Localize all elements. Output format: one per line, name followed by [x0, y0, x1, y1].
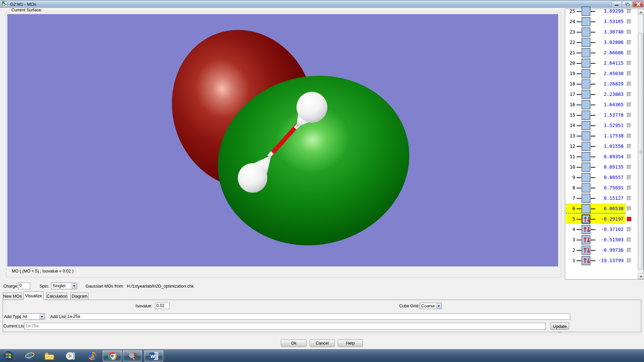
mo-row-19[interactable]: 192.45030 [565, 68, 638, 79]
mo-visibility-checkbox[interactable] [627, 92, 631, 97]
tab-diagram[interactable]: Diagram [70, 293, 89, 300]
taskbar-item-windows-explorer[interactable] [40, 350, 58, 362]
mo-row-15[interactable]: 151.53770 [565, 110, 638, 120]
ok-button[interactable]: Ok [281, 339, 307, 347]
orbital-occupancy-box[interactable] [582, 152, 590, 161]
mo-row-10[interactable]: 100.89135 [565, 162, 638, 172]
mo-row-12[interactable]: 121.01558 [565, 141, 638, 152]
mo-row-20[interactable]: 202.64115 [565, 58, 638, 68]
orbital-occupancy-box[interactable] [582, 204, 590, 213]
mo-row-8[interactable]: 80.75691 [565, 183, 638, 193]
orbital-occupancy-box[interactable]: ↑↓ [582, 225, 590, 234]
mo-visibility-checkbox[interactable] [627, 144, 631, 148]
mo-row-2[interactable]: 2↑↓-0.99736 [565, 245, 638, 255]
orbital-occupancy-box[interactable] [582, 79, 590, 88]
orbital-occupancy-box[interactable] [582, 100, 590, 109]
taskbar-item-media-player[interactable] [62, 350, 80, 362]
mo-row-6[interactable]: 60.06538 [565, 203, 638, 214]
start-button[interactable] [1, 350, 15, 362]
orbital-occupancy-box[interactable] [582, 142, 590, 151]
cube-grid-dropdown[interactable]: Coarse [420, 303, 442, 309]
tab-visualize[interactable]: Visualize [23, 291, 44, 300]
mo-visibility-checkbox[interactable] [627, 134, 631, 138]
mo-visibility-checkbox[interactable] [627, 19, 631, 24]
orbital-occupancy-box[interactable] [582, 183, 590, 192]
mo-visibility-checkbox[interactable] [627, 82, 631, 86]
orbital-occupancy-box[interactable] [582, 173, 590, 182]
mo-row-21[interactable]: 212.66686 [565, 48, 638, 58]
orbital-occupancy-box[interactable] [582, 48, 590, 57]
orbital-occupancy-box[interactable] [582, 194, 590, 203]
orbital-occupancy-box[interactable] [582, 131, 590, 140]
spin-dropdown-button[interactable] [71, 283, 76, 289]
mo-row-7[interactable]: 70.15127 [565, 193, 638, 203]
taskbar-item-word[interactable]: W [144, 350, 163, 362]
scroll-up-button[interactable] [638, 9, 644, 15]
mo-visibility-checkbox[interactable] [627, 103, 631, 107]
orbital-occupancy-box[interactable]: ↑↓ [582, 256, 590, 265]
tab-calculation[interactable]: Calculation [46, 293, 67, 300]
orbital-occupancy-box[interactable]: ↑↓ [582, 246, 590, 255]
mo-surface-canvas[interactable] [7, 14, 558, 266]
mo-row-25[interactable]: 253.69299 [565, 6, 638, 16]
taskbar-item-gaussview[interactable] [123, 350, 142, 362]
orbital-occupancy-box[interactable] [582, 17, 590, 26]
orbital-occupancy-box[interactable] [582, 7, 590, 16]
spin-dropdown[interactable]: Singlet [51, 283, 77, 289]
mo-row-3[interactable]: 3↑↓-0.51503 [565, 235, 638, 245]
isovalue-input[interactable]: 0.02 [155, 303, 170, 309]
mo-visibility-checkbox[interactable] [627, 238, 631, 242]
orbital-occupancy-box[interactable] [582, 38, 590, 47]
add-list-input[interactable]: 1a-25a [66, 313, 570, 320]
scrollbar-thumb[interactable] [638, 33, 643, 269]
mo-visibility-checkbox[interactable] [627, 217, 631, 221]
mo-row-13[interactable]: 131.17538 [565, 131, 638, 141]
orbital-occupancy-box[interactable] [582, 59, 590, 68]
mo-visibility-checkbox[interactable] [627, 258, 631, 263]
taskbar-item-firefox[interactable] [83, 350, 101, 362]
mo-row-22[interactable]: 223.02806 [565, 37, 638, 48]
scroll-down-button[interactable] [638, 274, 644, 279]
update-button[interactable]: Update ... [550, 322, 569, 330]
mo-visibility-checkbox[interactable] [627, 9, 631, 13]
cancel-button[interactable]: Cancel [310, 339, 335, 347]
orbital-occupancy-box[interactable] [582, 111, 590, 120]
mo-row-23[interactable]: 233.30740 [565, 27, 638, 37]
mo-visibility-checkbox[interactable] [627, 175, 631, 180]
mo-row-16[interactable]: 161.64365 [565, 100, 638, 110]
charge-input[interactable]: 0 [18, 283, 30, 289]
taskbar-item-chrome[interactable] [103, 350, 122, 362]
mo-row-1[interactable]: 1↑↓-19.13799 [565, 255, 638, 266]
orbital-occupancy-box[interactable] [582, 69, 590, 78]
orbital-occupancy-box[interactable] [582, 90, 590, 99]
mo-visibility-checkbox[interactable] [627, 61, 631, 65]
add-type-dropdown[interactable]: All [21, 313, 45, 320]
mo-row-9[interactable]: 90.80557 [565, 172, 638, 183]
tab-new-mos[interactable]: New MOs [3, 293, 22, 300]
mo-visibility-checkbox[interactable] [627, 165, 631, 169]
mo-list-scrollbar[interactable] [638, 9, 643, 279]
mo-row-11[interactable]: 110.89354 [565, 152, 638, 162]
mo-visibility-checkbox[interactable] [627, 248, 631, 252]
title-bar[interactable]: G2:M1 - MOs [0, 0, 644, 8]
mo-visibility-checkbox[interactable] [627, 30, 631, 34]
mo-visibility-checkbox[interactable] [627, 155, 631, 159]
mo-row-18[interactable]: 182.26829 [565, 79, 638, 89]
orbital-occupancy-box[interactable] [582, 121, 590, 130]
help-button[interactable]: Help [338, 339, 363, 347]
mo-visibility-checkbox[interactable] [627, 227, 631, 232]
mo-visibility-checkbox[interactable] [627, 113, 631, 117]
mo-visibility-checkbox[interactable] [627, 40, 631, 45]
mo-visibility-checkbox[interactable] [627, 196, 631, 200]
mo-row-5[interactable]: 5↑↓-0.29197 [565, 214, 638, 224]
taskbar-item-internet-explorer[interactable]: e [21, 350, 39, 362]
orbital-occupancy-box[interactable]: ↑↓ [582, 215, 590, 224]
orbital-occupancy-box[interactable] [582, 27, 590, 37]
mo-row-14[interactable]: 141.52951 [565, 120, 638, 131]
mo-visibility-checkbox[interactable] [627, 206, 631, 211]
mo-row-17[interactable]: 172.23883 [565, 89, 638, 100]
cube-grid-dropdown-button[interactable] [436, 303, 441, 308]
add-type-dropdown-button[interactable] [39, 314, 44, 319]
mo-row-4[interactable]: 4↑↓-0.37102 [565, 224, 638, 235]
orbital-occupancy-box[interactable] [582, 163, 590, 172]
